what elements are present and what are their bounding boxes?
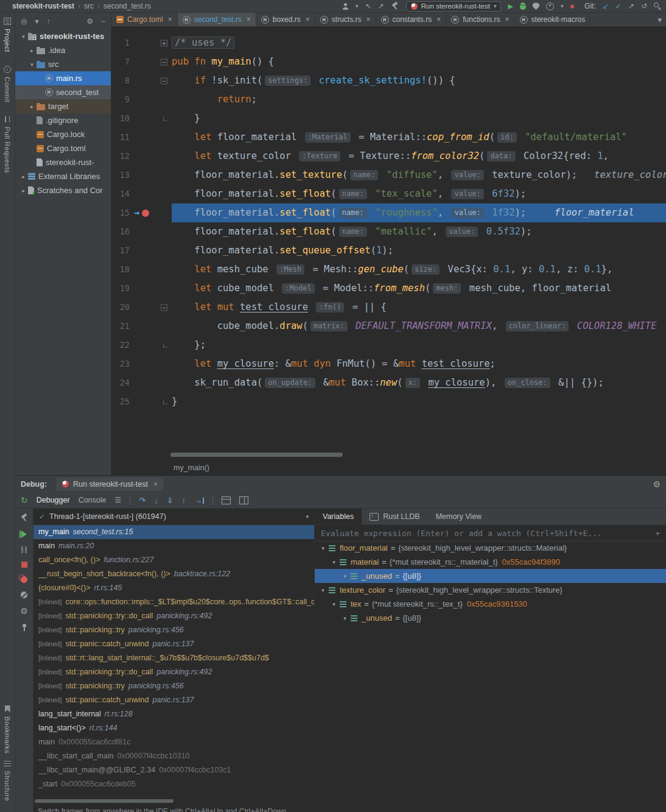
editor-tab-constants-rs[interactable]: Rconstants.rs× (376, 13, 447, 26)
gutter[interactable]: 9 (111, 90, 172, 109)
gutter[interactable]: 19 (111, 279, 172, 298)
step-over-icon[interactable]: ↷ (139, 496, 145, 504)
gutter[interactable]: 20− (111, 298, 172, 317)
code-text[interactable]: floor_material.set_texture(name: "diffus… (172, 166, 666, 185)
run-to-cursor-icon[interactable]: → (194, 496, 204, 504)
code-text[interactable]: let my_closure: &mut dyn FnMut() = &mut … (172, 355, 666, 373)
stack-frame[interactable]: lang_start<()>rt.rs:144 (33, 721, 314, 735)
project-tree-item-scratches-and-cor[interactable]: ▸Scratches and Cor (15, 183, 111, 197)
user-chevron-icon[interactable]: ▾ (356, 4, 359, 9)
editor-tab-boxed-rs[interactable]: Rboxed.rs× (256, 13, 315, 26)
stack-frame[interactable]: mainmain.rs:20 (33, 539, 314, 553)
nav-back-icon[interactable]: ↖ (365, 2, 371, 10)
project-tree-item-cargo-toml[interactable]: Cargo.toml (15, 141, 111, 155)
breadcrumb-item[interactable]: src (84, 2, 94, 10)
code-line-11[interactable]: 11 let floor_material :Material = Materi… (111, 128, 666, 147)
project-tree-item--idea[interactable]: ▸.idea (15, 43, 111, 57)
build-icon[interactable] (391, 2, 399, 10)
stop-process-icon[interactable] (21, 562, 27, 568)
fold-marker-plus[interactable]: + (161, 40, 167, 46)
evaluate-expression-input[interactable]: Evaluate expression (Enter) or add a wat… (315, 525, 666, 542)
code-line-19[interactable]: 19 let cube_model :Model = Model::from_m… (111, 279, 666, 298)
debugger-settings-gear-icon[interactable]: ⚙ (20, 607, 28, 615)
variable-row-material[interactable]: ▾material={*mut stereokit_rs::_material_… (315, 555, 666, 569)
gutter[interactable]: 17 (111, 241, 172, 260)
debug-session-tab[interactable]: Run stereokit-rust-test × (57, 478, 163, 491)
variable-row-_unused[interactable]: ▾_unused={[u8]} (315, 611, 666, 625)
gutter[interactable]: 13 (111, 166, 172, 185)
debug-button[interactable] (520, 2, 526, 10)
tool-button-structure[interactable]: Structure (4, 760, 11, 801)
gutter[interactable]: 25 (111, 392, 172, 411)
project-tree-item-main-rs[interactable]: Rmain.rs (15, 71, 111, 85)
code-editor[interactable]: 1+/* uses */7−pub fn my_main() {8− if !s… (111, 27, 666, 475)
project-settings-gear-icon[interactable]: ⚙ (86, 18, 93, 25)
code-line-23[interactable]: 23 let my_closure: &mut dyn FnMut() = &m… (111, 355, 666, 373)
gutter[interactable]: 11 (111, 128, 172, 147)
tab-memory-view[interactable]: Memory View (428, 509, 489, 524)
tool-button-commit[interactable]: Commit (4, 66, 11, 102)
collapse-all-icon[interactable]: ↑ (47, 18, 51, 25)
gutter[interactable]: 22 (111, 336, 172, 355)
editor-breadcrumb[interactable]: my_main() (111, 460, 666, 475)
tab-rust-lldb[interactable]: Rust LLDB (362, 509, 427, 524)
close-icon[interactable]: × (168, 16, 172, 23)
chevron-down-icon[interactable]: ▾ (318, 545, 328, 551)
gutter[interactable]: 16 (111, 222, 172, 241)
project-tree-item-external-libraries[interactable]: ▸External Libraries (15, 169, 111, 183)
project-tree-item-target[interactable]: ▸target (15, 99, 111, 113)
code-line-7[interactable]: 7−pub fn my_main() { (111, 52, 666, 71)
editor-breadcrumb-item[interactable]: my_main() (174, 464, 209, 472)
force-step-into-icon[interactable]: ⇓ (167, 496, 174, 504)
editor-horizontal-scrollbar[interactable] (170, 453, 343, 457)
project-tree-item-src[interactable]: ▾src (15, 57, 111, 71)
code-text[interactable]: /* uses */ (172, 34, 666, 52)
chevron-down-icon[interactable]: ▾ (340, 573, 349, 579)
rebuild-icon[interactable] (20, 514, 29, 522)
git-push-icon[interactable]: ↗ (628, 2, 634, 10)
chevron-down-icon[interactable]: ▾ (329, 601, 338, 607)
frames-horizontal-scrollbar[interactable] (35, 799, 174, 803)
code-text[interactable]: }; (172, 336, 666, 355)
stop-button[interactable]: ■ (570, 3, 574, 10)
gutter[interactable]: 10 (111, 109, 172, 128)
gutter[interactable]: 24 (111, 373, 172, 392)
stack-frame[interactable]: [Inlined]std::panicking::try::do_callpan… (33, 609, 314, 623)
project-tree-item--gitignore[interactable]: .gitignore (15, 113, 111, 127)
stack-frame[interactable]: [Inlined]std::panicking::trypanicking.rs… (33, 623, 314, 637)
tab-debugger[interactable]: Debugger (37, 496, 70, 504)
code-text[interactable]: return; (172, 90, 666, 109)
code-text[interactable]: } (172, 109, 666, 128)
editor-tab-functions-rs[interactable]: Rfunctions.rs× (446, 13, 514, 26)
stack-frame[interactable]: __libc_start_call_main0x00007f4ccbc10310 (33, 749, 314, 763)
code-line-21[interactable]: 21 cube_model.draw(matrix: DEFAULT_TRANS… (111, 317, 666, 336)
mute-breakpoints-icon[interactable] (21, 591, 27, 598)
code-text[interactable]: pub fn my_main() { (172, 52, 666, 71)
tab-variables[interactable]: Variables (315, 509, 362, 524)
tool-button-bookmarks[interactable]: Bookmarks (4, 705, 11, 754)
layout-grid-icon[interactable] (222, 496, 231, 504)
editor-tab-structs-rs[interactable]: Rstructs.rs× (315, 13, 376, 26)
code-text[interactable]: let cube_model :Model = Model::from_mesh… (172, 279, 666, 298)
step-out-icon[interactable]: ↑ (182, 496, 186, 504)
variable-row-floor_material[interactable]: ▾floor_material={stereokit_high_level_wr… (315, 541, 666, 555)
editor-tab-cargo-toml[interactable]: Cargo.toml× (111, 13, 178, 26)
git-rollback-icon[interactable]: ↺ (641, 2, 647, 10)
chevron-right-icon[interactable]: ▸ (19, 188, 28, 194)
stack-frame[interactable]: [Inlined]std::panic::catch_unwindpanic.r… (33, 637, 314, 651)
layout-columns-icon[interactable] (239, 496, 248, 504)
chevron-down-icon[interactable]: ▾ (19, 34, 28, 40)
chevron-right-icon[interactable]: ▸ (19, 174, 28, 180)
view-breakpoints-icon[interactable] (21, 576, 27, 583)
stack-frame[interactable]: __libc_start_main@@GLIBC_2.340x00007f4cc… (33, 763, 314, 777)
gutter[interactable]: 23 (111, 355, 172, 373)
code-line-18[interactable]: 18 let mesh_cube :Mesh = Mesh::gen_cube(… (111, 260, 666, 279)
breakpoint-icon[interactable] (142, 210, 149, 217)
tab-console[interactable]: Console (79, 496, 107, 504)
run-configuration-select[interactable]: Run stereokit-rust-test ▾ (406, 1, 502, 12)
stack-frame[interactable]: {closure#0}<()>rt.rs:145 (33, 581, 314, 595)
editor-tab-second-test-rs[interactable]: Rsecond_test.rs× (178, 13, 256, 26)
gutter[interactable]: 7− (111, 52, 172, 71)
close-icon[interactable]: × (436, 16, 441, 23)
debug-settings-gear-icon[interactable]: ⚙ (653, 479, 661, 489)
